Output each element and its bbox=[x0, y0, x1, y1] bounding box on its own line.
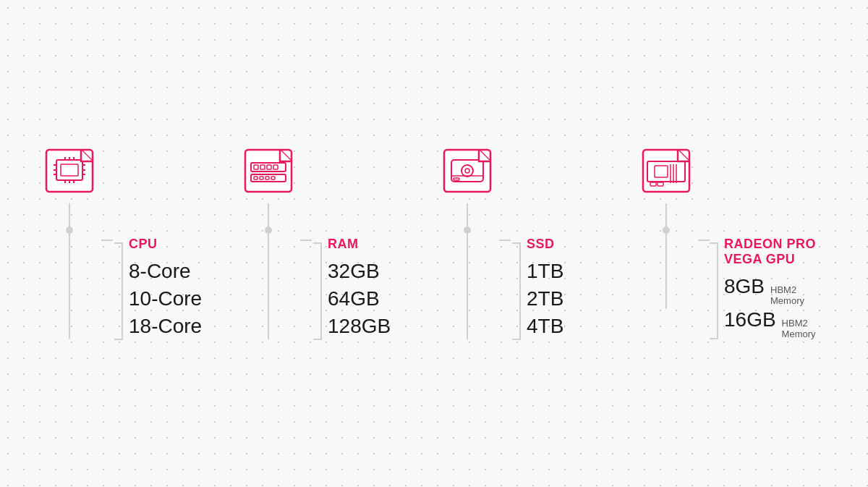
spec-item: 10-Core bbox=[129, 285, 202, 313]
spec-item: 64GB bbox=[328, 285, 391, 313]
icon-column bbox=[640, 147, 692, 309]
bracket-bot bbox=[512, 339, 521, 340]
spec-list: 32GB64GB128GB bbox=[328, 258, 391, 339]
connector-dot bbox=[265, 226, 272, 234]
vertical-line-top bbox=[69, 203, 70, 226]
card-content-inner: RADEON PRO VEGA GPU 8GB HBM2 Memory 16GB… bbox=[724, 237, 825, 339]
bracket-mid bbox=[717, 244, 718, 338]
spec-list: 1TB2TB4TB bbox=[527, 258, 563, 339]
items-bracket-wrap: RAM 32GB64GB128GB bbox=[312, 237, 391, 339]
bracket-stem bbox=[710, 237, 718, 339]
spec-label: RADEON PRO VEGA GPU bbox=[724, 237, 825, 267]
spec-item: 16GB HBM2 Memory bbox=[724, 306, 825, 339]
spec-value: 8GB bbox=[724, 273, 765, 300]
vertical-line-top bbox=[467, 203, 468, 226]
spec-item: 128GB bbox=[328, 313, 391, 340]
vertical-line-bottom bbox=[665, 234, 667, 309]
bracket-bot bbox=[114, 339, 123, 340]
spec-item: 2TB bbox=[527, 285, 563, 313]
bracket-mid bbox=[122, 244, 123, 338]
items-bracket-wrap: CPU 8-Core10-Core18-Core bbox=[113, 237, 202, 339]
bracket-stem bbox=[511, 237, 521, 339]
spec-list: 8-Core10-Core18-Core bbox=[129, 258, 202, 339]
horiz-line bbox=[499, 240, 511, 241]
spec-item: 4TB bbox=[527, 313, 563, 340]
spec-item: 32GB bbox=[328, 258, 391, 285]
vertical-line-bottom bbox=[69, 234, 70, 339]
connector-dot bbox=[663, 226, 670, 234]
icon-column bbox=[242, 147, 294, 339]
spec-card-ram: RAM 32GB64GB128GB bbox=[242, 147, 427, 339]
spec-item: 1TB bbox=[527, 258, 563, 285]
icon-column bbox=[43, 147, 95, 339]
bracket-stem bbox=[113, 237, 123, 339]
spec-label: SSD bbox=[527, 237, 563, 252]
icon-column bbox=[441, 147, 493, 339]
spec-item: 8-Core bbox=[129, 258, 202, 285]
horiz-line bbox=[101, 240, 113, 241]
gpu-icon bbox=[640, 147, 692, 203]
cards-row: CPU 8-Core10-Core18-Core bbox=[43, 147, 825, 339]
vertical-line-bottom bbox=[268, 234, 269, 339]
card-content-inner: CPU 8-Core10-Core18-Core bbox=[129, 237, 202, 339]
ram-icon bbox=[242, 147, 294, 203]
spec-card-gpu: RADEON PRO VEGA GPU 8GB HBM2 Memory 16GB… bbox=[640, 147, 825, 339]
spec-sub: HBM2 Memory bbox=[770, 284, 825, 306]
card-content-inner: SSD 1TB2TB4TB bbox=[527, 237, 563, 339]
spec-sub: HBM2 Memory bbox=[782, 318, 825, 339]
bracket-stem bbox=[312, 237, 322, 339]
spec-label: CPU bbox=[129, 237, 202, 252]
cpu-icon bbox=[43, 147, 95, 203]
items-bracket-wrap: RADEON PRO VEGA GPU 8GB HBM2 Memory 16GB… bbox=[710, 237, 825, 339]
ssd-icon bbox=[441, 147, 493, 203]
spec-list: 8GB HBM2 Memory 16GB HBM2 Memory bbox=[724, 273, 825, 339]
main-container: CPU 8-Core10-Core18-Core bbox=[0, 0, 868, 487]
spec-card-cpu: CPU 8-Core10-Core18-Core bbox=[43, 147, 228, 339]
spec-label: RAM bbox=[328, 237, 391, 252]
bracket-bot bbox=[710, 338, 718, 339]
items-bracket-wrap: SSD 1TB2TB4TB bbox=[511, 237, 563, 339]
card-content-inner: RAM 32GB64GB128GB bbox=[328, 237, 391, 339]
vertical-line-bottom bbox=[467, 234, 468, 339]
bracket-bot bbox=[313, 339, 322, 340]
connector-dot bbox=[66, 226, 73, 234]
spec-card-ssd: SSD 1TB2TB4TB bbox=[441, 147, 626, 339]
horiz-line bbox=[300, 240, 312, 241]
content-column: RADEON PRO VEGA GPU 8GB HBM2 Memory 16GB… bbox=[692, 147, 825, 339]
vertical-line-top bbox=[665, 203, 667, 226]
spec-value: 16GB bbox=[724, 306, 776, 334]
bracket-mid bbox=[320, 244, 322, 338]
horiz-line bbox=[698, 240, 710, 241]
spec-item: 18-Core bbox=[129, 313, 202, 340]
bracket-mid bbox=[519, 244, 521, 338]
content-column: CPU 8-Core10-Core18-Core bbox=[95, 147, 202, 339]
content-column: RAM 32GB64GB128GB bbox=[294, 147, 391, 339]
spec-item: 8GB HBM2 Memory bbox=[724, 273, 825, 306]
connector-dot bbox=[464, 226, 471, 234]
content-column: SSD 1TB2TB4TB bbox=[493, 147, 563, 339]
vertical-line-top bbox=[268, 203, 269, 226]
